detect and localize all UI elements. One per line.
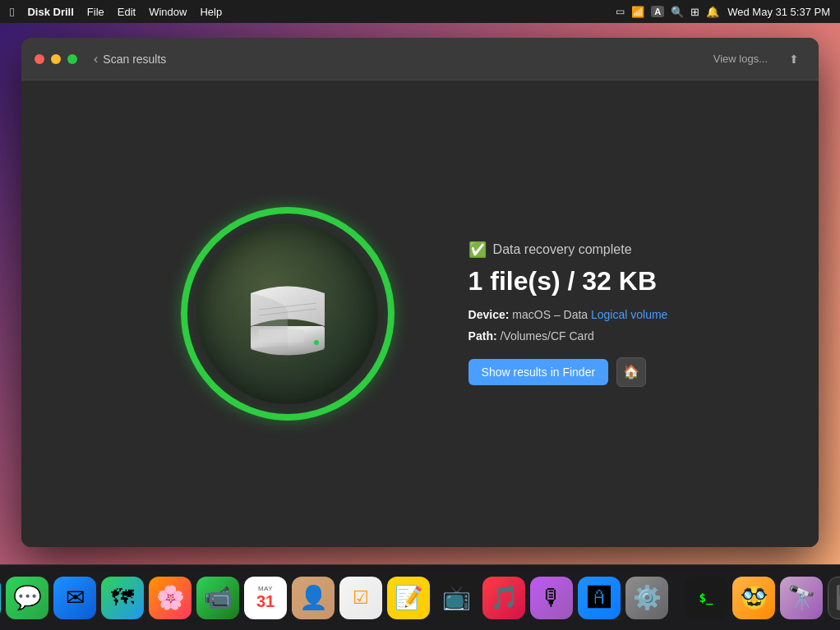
rectangle-icon: ▭ [616,6,625,17]
dock-item-mail[interactable]: ✉ [53,577,96,619]
dock-item-facetime[interactable]: 📹 [196,577,239,619]
buttons-row: Show results in Finder 🏠 [468,357,668,387]
close-button[interactable] [35,54,44,64]
file-count: 1 file(s) / 32 KB [468,267,668,296]
disk-container [173,199,403,429]
back-button[interactable]: ‹ [94,52,98,67]
menubar-left:  Disk Drill File Edit Window Help [10,5,222,19]
traffic-lights [35,54,77,64]
info-panel: ✅ Data recovery complete 1 file(s) / 32 … [468,241,668,386]
minimize-button[interactable] [51,54,61,64]
path-line: Path: /Volumes/CF Card [468,329,668,343]
title-bar: ‹ Scan results View logs... ⬆ [21,38,819,80]
dock-item-appletv[interactable]: 📺 [435,577,478,619]
dock-item-contacts[interactable]: 👤 [292,577,335,619]
device-value: macOS [512,308,551,321]
search-icon[interactable]: 🔍 [671,6,684,18]
desktop: ‹ Scan results View logs... ⬆ [0,23,840,564]
view-logs-button[interactable]: View logs... [707,49,774,68]
path-label: Path: [468,329,497,343]
device-line: Device: macOS – Data Logical volume [468,308,668,321]
dock-item-safari[interactable]: 🧭 [0,577,1,619]
dock-item-maps[interactable]: 🗺 [101,577,144,619]
share-icon: ⬆ [789,53,799,66]
home-button[interactable]: 🏠 [616,357,646,387]
menu-edit[interactable]: Edit [118,6,136,18]
notification-icon[interactable]: 🔔 [706,6,719,18]
dock: 🖥 ⊞ 🧭 💬 ✉ 🗺 🌸 📹 MAY 31 👤 ☑ 📝 📺 🎵 🎙 🅰 ⚙️ … [0,564,840,630]
dock-item-diskdrill[interactable]: 💾 [828,577,840,619]
maximize-button[interactable] [67,54,77,64]
status-line: ✅ Data recovery complete [468,241,668,259]
dock-item-podcasts[interactable]: 🎙 [530,577,573,619]
dock-item-appstore[interactable]: 🅰 [578,577,621,619]
dock-item-settings[interactable]: ⚙️ [625,577,668,619]
menubar-icons: ▭ 📶 A 🔍 ⊞ 🔔 [616,6,719,18]
dock-item-calendar[interactable]: MAY 31 [244,577,287,619]
apple-menu[interactable]:  [10,5,14,19]
wifi-icon: 📶 [631,6,644,18]
dock-item-preview[interactable]: 🔭 [780,577,823,619]
device-type: Logical volume [591,308,667,321]
path-value: /Volumes/CF Card [500,329,593,343]
menubar:  Disk Drill File Edit Window Help ▭ 📶 A… [0,0,840,23]
dock-item-memoji[interactable]: 🥸 [732,577,775,619]
content-area: ✅ Data recovery complete 1 file(s) / 32 … [21,80,819,547]
show-finder-button[interactable]: Show results in Finder [468,359,609,385]
dock-item-music[interactable]: 🎵 [482,577,525,619]
app-name[interactable]: Disk Drill [27,6,73,18]
share-button[interactable]: ⬆ [782,48,805,71]
dock-item-notes[interactable]: 📝 [387,577,430,619]
menu-help[interactable]: Help [200,6,222,18]
dock-item-terminal[interactable]: $_ [685,577,727,619]
device-separator: – Data [554,308,588,321]
dock-item-photos[interactable]: 🌸 [149,577,192,619]
device-label: Device: [468,308,510,321]
home-icon: 🏠 [623,364,639,379]
menubar-time: Wed May 31 5:37 PM [727,6,830,18]
status-text: Data recovery complete [493,242,632,257]
check-icon: ✅ [468,241,487,259]
nav-title: Scan results [103,53,166,66]
title-bar-right: View logs... ⬆ [707,48,805,71]
keyboard-icon: A [651,6,664,17]
nav-breadcrumb: ‹ Scan results [94,52,166,67]
app-window: ‹ Scan results View logs... ⬆ [21,38,819,547]
control-center-icon[interactable]: ⊞ [690,6,699,18]
menu-file[interactable]: File [87,6,104,18]
dock-item-reminders[interactable]: ☑ [339,577,382,619]
green-ring [181,207,395,421]
menubar-right: ▭ 📶 A 🔍 ⊞ 🔔 Wed May 31 5:37 PM [616,6,830,18]
menu-window[interactable]: Window [149,6,187,18]
dock-item-messages[interactable]: 💬 [6,577,48,619]
